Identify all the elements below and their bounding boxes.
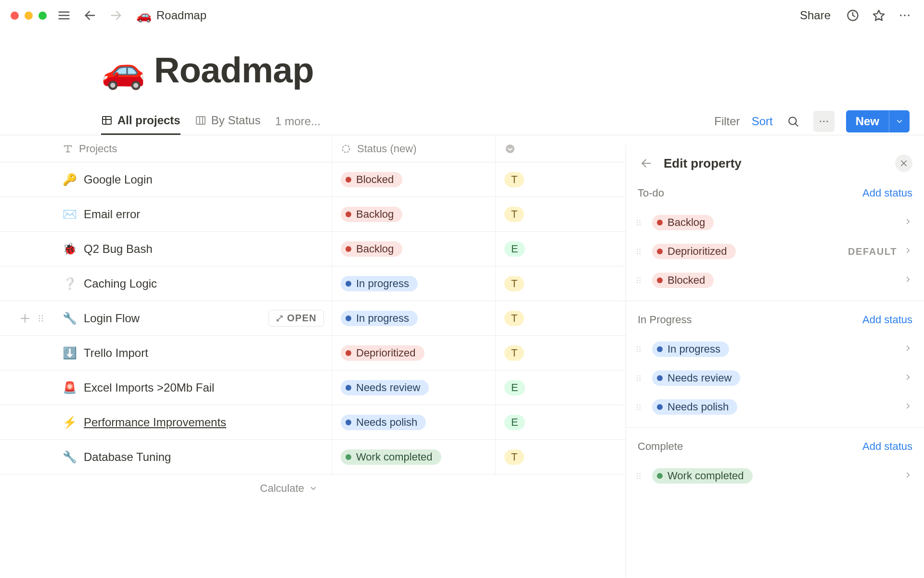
new-button-dropdown[interactable] [889, 110, 910, 132]
view-tab-all-projects[interactable]: All projects [101, 107, 180, 135]
open-row-button[interactable]: OPEN [269, 310, 324, 327]
drag-handle-icon[interactable] [632, 217, 645, 228]
page-title[interactable]: Roadmap [154, 50, 314, 91]
svg-point-57 [640, 346, 641, 347]
drag-handle-icon[interactable] [37, 313, 45, 324]
status-label: Work completed [356, 451, 433, 463]
svg-point-38 [637, 220, 638, 221]
breadcrumb-title: Roadmap [156, 9, 206, 22]
row-icon: 🔧 [63, 450, 77, 464]
window-zoom-button[interactable] [38, 12, 47, 20]
owner-cell[interactable]: E [496, 370, 582, 405]
owner-cell[interactable]: T [496, 197, 582, 231]
breadcrumb[interactable]: 🚗 Roadmap [136, 8, 206, 23]
project-cell[interactable]: 🐞 Q2 Bug Bash [63, 232, 332, 266]
owner-cell[interactable]: T [496, 301, 582, 335]
views-more-button[interactable]: 1 more... [275, 115, 321, 128]
svg-point-54 [637, 282, 638, 283]
status-dot-icon [346, 281, 351, 287]
status-cell[interactable]: Needs review [332, 370, 496, 405]
panel-close-button[interactable] [895, 155, 912, 172]
project-cell[interactable]: 🔧 Database Tuning [63, 440, 332, 474]
search-icon[interactable] [784, 113, 802, 130]
svg-point-79 [640, 478, 641, 479]
view-tab-by-status[interactable]: By Status [195, 107, 261, 135]
updates-icon[interactable] [844, 7, 861, 24]
chevron-right-icon [904, 344, 912, 355]
drag-handle-icon[interactable] [632, 372, 645, 384]
nav-forward-button[interactable] [107, 7, 125, 24]
status-label: In progress [356, 312, 409, 325]
status-cell[interactable]: Work completed [332, 440, 496, 474]
column-header-projects[interactable]: Projects [63, 135, 332, 162]
sort-button[interactable]: Sort [752, 115, 773, 128]
status-option-row[interactable]: Needs polish [626, 393, 924, 421]
svg-point-75 [640, 473, 641, 474]
drag-handle-icon[interactable] [632, 401, 645, 413]
project-cell[interactable]: ⬇️ Trello Import [63, 336, 332, 370]
owner-cell[interactable]: T [496, 440, 582, 474]
favorite-icon[interactable] [870, 7, 887, 24]
owner-cell[interactable]: T [496, 162, 582, 197]
status-cell[interactable]: In progress [332, 301, 496, 335]
panel-header: Edit property [626, 144, 924, 182]
window-minimize-button[interactable] [25, 12, 33, 20]
add-status-button[interactable]: Add status [862, 187, 912, 199]
owner-chip: T [504, 345, 524, 361]
status-group-header: To-do Add status [626, 182, 924, 208]
drag-handle-icon[interactable] [632, 275, 645, 286]
share-button[interactable]: Share [800, 9, 831, 22]
page-icon[interactable]: 🚗 [101, 49, 145, 91]
svg-point-41 [640, 222, 641, 223]
project-cell[interactable]: ⚡ Performance Improvements [63, 405, 332, 439]
project-cell[interactable]: ❔ Caching Logic [63, 266, 332, 301]
project-cell[interactable]: ✉️ Email error [63, 197, 332, 231]
panel-back-button[interactable] [638, 155, 655, 172]
drag-handle-icon[interactable] [632, 343, 645, 355]
hamburger-icon[interactable] [55, 7, 73, 24]
status-cell[interactable]: In progress [332, 266, 496, 301]
status-badge: Backlog [652, 215, 714, 230]
calculate-button[interactable]: Calculate [63, 482, 332, 495]
window-close-button[interactable] [11, 12, 19, 20]
owner-cell[interactable]: T [496, 266, 582, 301]
new-button[interactable]: New [846, 110, 910, 132]
row-title: Google Login [84, 173, 153, 186]
status-option-row[interactable]: Backlog [626, 208, 924, 237]
status-option-row[interactable]: Work completed [626, 461, 924, 490]
drag-handle-icon[interactable] [632, 470, 645, 482]
status-option-row[interactable]: Blocked [626, 266, 924, 295]
owner-cell[interactable]: E [496, 232, 582, 266]
plus-icon[interactable] [19, 313, 31, 324]
owner-cell[interactable]: E [496, 405, 582, 439]
status-option-row[interactable]: Deprioritized DEFAULT [626, 237, 924, 266]
status-cell[interactable]: Backlog [332, 232, 496, 266]
add-status-button[interactable]: Add status [862, 314, 912, 326]
project-cell[interactable]: 🚨 Excel Imports >20Mb Fail [63, 370, 332, 405]
column-header-owner[interactable] [496, 135, 582, 162]
nav-back-button[interactable] [81, 7, 99, 24]
svg-point-65 [640, 378, 641, 379]
more-icon[interactable] [896, 7, 913, 24]
svg-point-43 [640, 224, 641, 225]
project-cell[interactable]: 🔑 Google Login [63, 162, 332, 197]
svg-point-30 [42, 317, 43, 318]
status-option-row[interactable]: In progress [626, 335, 924, 364]
owner-cell[interactable]: T [496, 336, 582, 370]
add-status-button[interactable]: Add status [862, 440, 912, 453]
status-cell[interactable]: Deprioritized [332, 336, 496, 370]
status-cell[interactable]: Blocked [332, 162, 496, 197]
status-dot-icon [657, 346, 663, 352]
filter-button[interactable]: Filter [714, 115, 740, 128]
status-option-row[interactable]: Needs review [626, 364, 924, 393]
view-options-button[interactable] [813, 111, 834, 132]
row-title: Excel Imports >20Mb Fail [84, 381, 214, 394]
chevron-down-icon [309, 484, 318, 493]
column-header-status[interactable]: Status (new) [332, 135, 496, 162]
svg-point-31 [39, 320, 40, 321]
project-cell[interactable]: 🔧 Login Flow OPEN [63, 301, 332, 335]
svg-point-52 [637, 280, 638, 281]
status-cell[interactable]: Needs polish [332, 405, 496, 439]
drag-handle-icon[interactable] [632, 246, 645, 257]
status-cell[interactable]: Backlog [332, 197, 496, 231]
